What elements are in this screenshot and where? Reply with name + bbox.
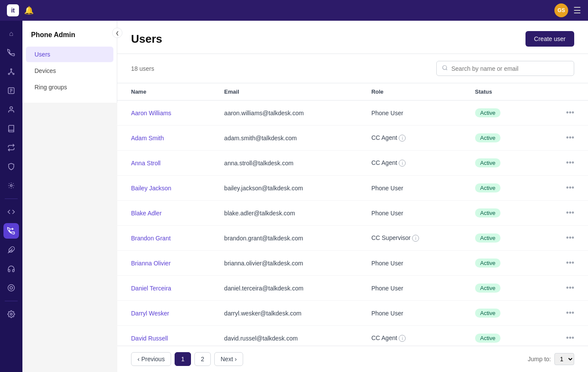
- cell-email: blake.adler@talkdesk.com: [210, 201, 357, 226]
- user-name-link[interactable]: Adam Smith: [131, 135, 164, 142]
- cell-email: darryl.wesker@talkdesk.com: [210, 301, 357, 326]
- flow-icon[interactable]: [3, 64, 19, 79]
- cell-more: •••: [534, 201, 588, 226]
- user-name-link[interactable]: Bailey Jackson: [131, 185, 171, 192]
- next-button[interactable]: Next ›: [214, 352, 243, 366]
- code-icon[interactable]: [3, 204, 19, 220]
- user-name-link[interactable]: Daniel Terceira: [131, 285, 171, 292]
- more-options-button[interactable]: •••: [563, 282, 578, 294]
- table-row: Anna Stroll anna.stroll@talkdesk.com CC …: [117, 151, 588, 176]
- create-user-button[interactable]: Create user: [525, 31, 574, 47]
- menu-icon[interactable]: ☰: [573, 5, 581, 16]
- user-name-link[interactable]: Brandon Grant: [131, 235, 171, 242]
- puzzle-icon[interactable]: [3, 242, 19, 258]
- content-header: Users Create user: [117, 21, 588, 54]
- sidebar-item-devices[interactable]: Devices: [26, 63, 113, 79]
- more-options-button[interactable]: •••: [563, 307, 578, 319]
- notification-bell-icon[interactable]: 🔔: [24, 6, 34, 15]
- cell-status: Active: [461, 151, 534, 176]
- cell-role: Phone User: [357, 176, 461, 201]
- cell-name: Brandon Grant: [117, 226, 210, 251]
- role-info-icon[interactable]: i: [399, 160, 406, 167]
- user-name-link[interactable]: David Russell: [131, 335, 168, 342]
- status-badge: Active: [475, 309, 500, 318]
- table-row: Blake Adler blake.adler@talkdesk.com Pho…: [117, 201, 588, 226]
- more-options-button[interactable]: •••: [563, 232, 578, 244]
- app-logo[interactable]: it: [7, 4, 19, 16]
- pagination-right: Jump to: 1 2: [528, 353, 574, 365]
- page-1-button[interactable]: 1: [175, 352, 191, 366]
- sidebar-wrapper: Phone Admin Users Devices Ring groups ❮: [22, 21, 117, 372]
- cell-name: Brianna Olivier: [117, 251, 210, 276]
- topbar: it 🔔 GS ☰: [0, 0, 588, 21]
- cell-status: Active: [461, 301, 534, 326]
- table-row: David Russell david.russel@talkdesk.com …: [117, 326, 588, 346]
- cell-email: adam.smith@talkdesk.com: [210, 126, 357, 151]
- more-options-button[interactable]: •••: [563, 257, 578, 269]
- circle-icon[interactable]: [3, 280, 19, 296]
- settings2-icon[interactable]: [3, 178, 19, 193]
- cell-role: CC Supervisori: [357, 226, 461, 251]
- cell-status: Active: [461, 201, 534, 226]
- user-name-link[interactable]: Anna Stroll: [131, 160, 160, 167]
- status-badge: Active: [475, 158, 500, 167]
- cell-email: anna.stroll@talkdesk.com: [210, 151, 357, 176]
- more-options-button[interactable]: •••: [563, 132, 578, 144]
- more-options-button[interactable]: •••: [563, 157, 578, 169]
- role-info-icon[interactable]: i: [399, 335, 406, 342]
- search-input[interactable]: [451, 65, 569, 72]
- user-name-link[interactable]: Blake Adler: [131, 210, 162, 217]
- cell-email: brandon.grant@talkdesk.com: [210, 226, 357, 251]
- previous-button[interactable]: ‹ Previous: [131, 352, 171, 366]
- sidebar-item-ring-groups[interactable]: Ring groups: [26, 79, 113, 95]
- col-actions: [534, 83, 588, 101]
- sidebar-item-users[interactable]: Users: [26, 47, 113, 62]
- cell-role: Phone User: [357, 251, 461, 276]
- more-options-button[interactable]: •••: [563, 107, 578, 119]
- more-options-button[interactable]: •••: [563, 207, 578, 219]
- phone-admin-icon[interactable]: [3, 223, 19, 239]
- cell-role: Phone User: [357, 301, 461, 326]
- home-icon[interactable]: ⌂: [3, 26, 19, 41]
- role-info-icon[interactable]: i: [399, 135, 406, 142]
- user-avatar[interactable]: GS: [554, 3, 568, 17]
- sidebar-collapse-button[interactable]: ❮: [112, 28, 122, 38]
- shield-icon[interactable]: [3, 159, 19, 174]
- status-badge: Active: [475, 233, 500, 243]
- cell-role: CC Agenti: [357, 326, 461, 346]
- routing-icon[interactable]: [3, 140, 19, 155]
- cell-email: david.russel@talkdesk.com: [210, 326, 357, 346]
- svg-point-1: [8, 73, 9, 75]
- svg-point-2: [13, 73, 14, 75]
- headset-icon[interactable]: [3, 261, 19, 277]
- user-name-link[interactable]: Aaron Williams: [131, 110, 171, 117]
- cell-status: Active: [461, 251, 534, 276]
- user-name-link[interactable]: Darryl Wesker: [131, 310, 169, 317]
- table-row: Bailey Jackson bailey.jackson@talkdesk.c…: [117, 176, 588, 201]
- more-options-button[interactable]: •••: [563, 332, 578, 344]
- reports-icon[interactable]: [3, 83, 19, 98]
- contacts-icon[interactable]: [3, 102, 19, 117]
- page-2-button[interactable]: 2: [194, 352, 211, 366]
- cell-role: CC Agenti: [357, 126, 461, 151]
- book-icon[interactable]: [3, 121, 19, 136]
- cell-status: Active: [461, 226, 534, 251]
- calls-icon[interactable]: [3, 45, 19, 60]
- content: Users Create user 18 users Name Email Ro…: [117, 21, 588, 372]
- table-row: Adam Smith adam.smith@talkdesk.com CC Ag…: [117, 126, 588, 151]
- cell-role: Phone User: [357, 276, 461, 301]
- more-options-button[interactable]: •••: [563, 182, 578, 194]
- user-count: 18 users: [131, 65, 154, 72]
- jump-to-select[interactable]: 1 2: [554, 353, 574, 365]
- user-name-link[interactable]: Brianna Olivier: [131, 260, 171, 267]
- cell-more: •••: [534, 251, 588, 276]
- svg-point-8: [10, 313, 13, 315]
- role-info-icon[interactable]: i: [412, 235, 419, 242]
- col-email: Email: [210, 83, 357, 101]
- cell-name: David Russell: [117, 326, 210, 346]
- cell-name: Blake Adler: [117, 201, 210, 226]
- gear-icon[interactable]: [3, 306, 19, 322]
- cell-more: •••: [534, 301, 588, 326]
- cell-more: •••: [534, 326, 588, 346]
- cell-status: Active: [461, 176, 534, 201]
